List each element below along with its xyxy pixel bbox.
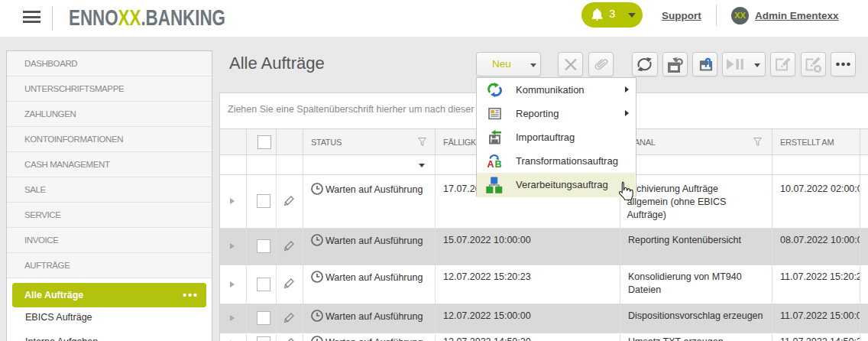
svg-text:B: B (495, 159, 502, 168)
svg-text:A: A (487, 159, 494, 168)
